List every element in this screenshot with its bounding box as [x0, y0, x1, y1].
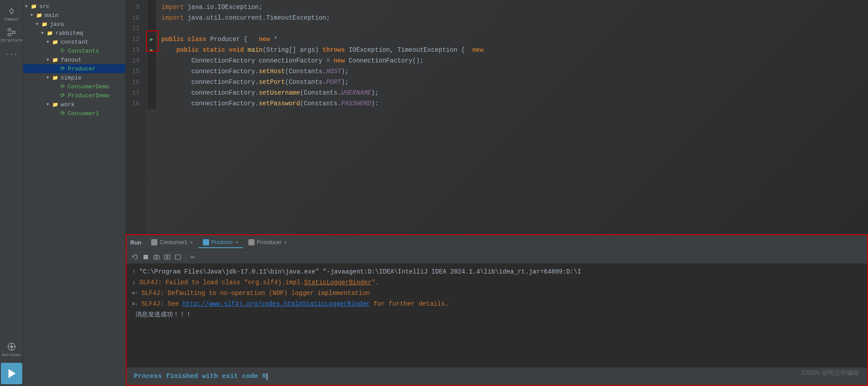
arrow-constant: ▼ — [46, 40, 52, 45]
code-lines-area[interactable]: import java.io.IOException; import java.… — [158, 0, 868, 234]
toolbar-maximize-btn[interactable] — [173, 252, 183, 262]
terminal-tab-consumer1[interactable]: Consumer1 × — [147, 237, 197, 248]
tree-label-constants: Constants — [68, 48, 99, 54]
file-tree-panel: ▼ 📁 src ▼ 📁 main ▼ 📁 java ▼ 📁 rabbitmq ▼… — [23, 0, 126, 386]
gutter-row-9 — [147, 2, 156, 12]
svg-line-7 — [11, 33, 12, 35]
tree-item-producerdemo[interactable]: ⟳ ProducerDemo — [23, 91, 125, 100]
output-arrow-2: ↓ — [132, 277, 136, 288]
code-line-14: ConnectionFactory connectionFactory = ne… — [158, 55, 868, 66]
tab-icon-prooducer — [248, 239, 255, 245]
output-text-3: SLF4J: Defaulting to no-operation (NOP) … — [141, 288, 370, 299]
tree-item-simple[interactable]: ▼ 📁 simple — [23, 73, 125, 82]
class-icon-producer: ⟳ — [59, 65, 66, 72]
folder-icon-work: 📁 — [52, 101, 59, 108]
gutter-row-13[interactable]: ▶ — [147, 45, 156, 55]
code-editor[interactable]: 9 10 11 12 13 14 15 16 17 18 — [126, 0, 868, 234]
sidebar-bottom: Services — [0, 338, 23, 386]
output-line-1: ↑ "C:\Program Files\Java\jdk-17.0.11\bin… — [132, 266, 862, 277]
sidebar-commit[interactable]: Commit — [0, 4, 23, 25]
process-finished-text: Process finished with exit code 0 — [134, 373, 266, 380]
toolbar-snapshot-btn[interactable] — [152, 252, 161, 262]
tree-label-producer: Producer — [68, 66, 95, 72]
tab-close-producer[interactable]: × — [235, 240, 238, 245]
toolbar-more-btn[interactable]: ⋯ — [188, 252, 197, 262]
code-content: 9 10 11 12 13 14 15 16 17 18 — [126, 0, 868, 234]
tree-item-producer[interactable]: ⟳ Producer — [23, 64, 125, 73]
run-play-button[interactable] — [1, 363, 22, 384]
editor-area: 9 10 11 12 13 14 15 16 17 18 — [126, 0, 868, 386]
line-num-13: 13 — [126, 45, 143, 55]
svg-point-9 — [10, 345, 13, 348]
tree-item-work[interactable]: ▼ 📁 work — [23, 100, 125, 109]
more-options[interactable]: ... — [1, 46, 21, 61]
tree-item-java[interactable]: ▼ 📁 java — [23, 20, 125, 29]
tree-item-fanout[interactable]: ▼ 📁 fanout — [23, 55, 125, 64]
svg-rect-3 — [8, 29, 11, 31]
output-arrow-3: ≡↑ — [132, 288, 138, 299]
commit-icon — [7, 6, 16, 16]
run-gutter: ▶ ▶ — [147, 0, 158, 234]
gutter-row-12[interactable]: ▶ — [147, 34, 156, 45]
output-line-4: ≡↓ SLF4J: See http://www.slf4j.org/codes… — [132, 299, 862, 309]
code-line-12: public class Producer { new * — [158, 34, 868, 45]
svg-rect-15 — [154, 256, 159, 259]
terminal-panel: Run Consumer1 × Producer × Prooducer × — [126, 234, 868, 386]
tree-item-rabbitmq[interactable]: ▼ 📁 rabbitmq — [23, 29, 125, 37]
code-line-10: import java.util.concurrent.TimeoutExcep… — [158, 12, 868, 23]
svg-rect-18 — [168, 255, 170, 259]
svg-rect-14 — [144, 255, 148, 259]
run-arrows-gutter: ▶ ▶ — [147, 0, 156, 109]
arrow-simple: ▼ — [46, 75, 52, 80]
svg-rect-19 — [175, 255, 181, 259]
toolbar-rerun-btn[interactable] — [130, 252, 140, 262]
run-arrow-13[interactable]: ▶ — [150, 47, 153, 54]
tree-label-rabbitmq: rabbitmq — [55, 30, 83, 37]
services-icon — [7, 342, 16, 353]
sidebar-services[interactable]: Services — [0, 338, 23, 361]
terminal-tab-prooducer[interactable]: Prooducer × — [244, 237, 292, 248]
gutter-row-17 — [147, 87, 156, 98]
arrow-work: ▼ — [46, 102, 52, 107]
output-line-5: 消息发送成功！！！ — [132, 309, 862, 320]
tree-item-src[interactable]: ▼ 📁 src — [23, 2, 125, 11]
line-num-10: 10 — [126, 12, 143, 23]
code-line-11 — [158, 23, 868, 34]
terminal-tabs-bar: Run Consumer1 × Producer × Prooducer × — [127, 235, 867, 250]
tree-label-consumer1: Consumer1 — [68, 110, 99, 117]
toolbar-separator — [185, 253, 186, 261]
output-link-4[interactable]: http://www.slf4j.org/codes.html#StaticLo… — [183, 299, 370, 309]
tab-close-prooducer[interactable]: × — [284, 240, 287, 245]
gutter-row-10 — [147, 12, 156, 23]
tree-item-constant[interactable]: ▼ 📁 constant — [23, 37, 125, 46]
tree-item-main[interactable]: ▼ 📁 main — [23, 11, 125, 20]
folder-icon-fanout: 📁 — [52, 56, 59, 63]
tree-label-consumerdemo: ConsumerDemo — [68, 83, 110, 90]
gutter-row-11 — [147, 23, 156, 34]
toolbar-split-btn[interactable] — [162, 252, 172, 262]
svg-line-6 — [11, 30, 12, 33]
structure-icon — [7, 27, 16, 37]
services-label: Services — [2, 353, 21, 357]
process-status-bar: Process finished with exit code 0 — [127, 367, 867, 385]
terminal-output-area[interactable]: ↑ "C:\Program Files\Java\jdk-17.0.11\bin… — [127, 264, 867, 367]
terminal-tab-producer[interactable]: Producer × — [198, 237, 243, 248]
toolbar-stop-btn[interactable] — [141, 252, 151, 262]
tree-label-simple: simple — [61, 75, 82, 81]
tab-icon-consumer1 — [151, 239, 157, 245]
tree-item-constants[interactable]: © Constants — [23, 46, 125, 55]
svg-rect-4 — [12, 31, 15, 33]
run-label: Run — [130, 239, 141, 246]
tree-item-consumer1[interactable]: ⟳ Consumer1 — [23, 109, 125, 118]
interface-icon-constants: © — [59, 47, 66, 54]
line-num-18: 18 — [126, 98, 143, 109]
tab-close-consumer1[interactable]: × — [190, 240, 193, 245]
output-arrow-4: ≡↓ — [132, 299, 138, 309]
tree-item-consumerdemo[interactable]: ⟳ ConsumerDemo — [23, 82, 125, 91]
tab-label-consumer1: Consumer1 — [160, 239, 187, 245]
left-sidebar: Commit Structure ... — [0, 0, 23, 386]
sidebar-structure[interactable]: Structure — [0, 25, 23, 46]
line-num-17: 17 — [126, 87, 143, 98]
run-arrow-12[interactable]: ▶ — [150, 36, 153, 43]
terminal-toolbar: ⋯ — [127, 250, 867, 264]
